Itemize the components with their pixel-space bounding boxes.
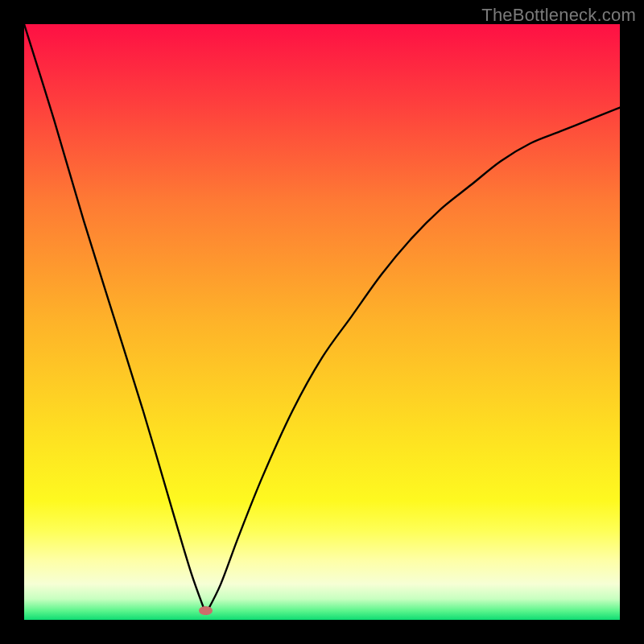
bottleneck-curve — [24, 24, 620, 620]
watermark-text: TheBottleneck.com — [481, 5, 636, 26]
plot-area — [24, 24, 620, 620]
chart-frame: TheBottleneck.com — [0, 0, 644, 644]
